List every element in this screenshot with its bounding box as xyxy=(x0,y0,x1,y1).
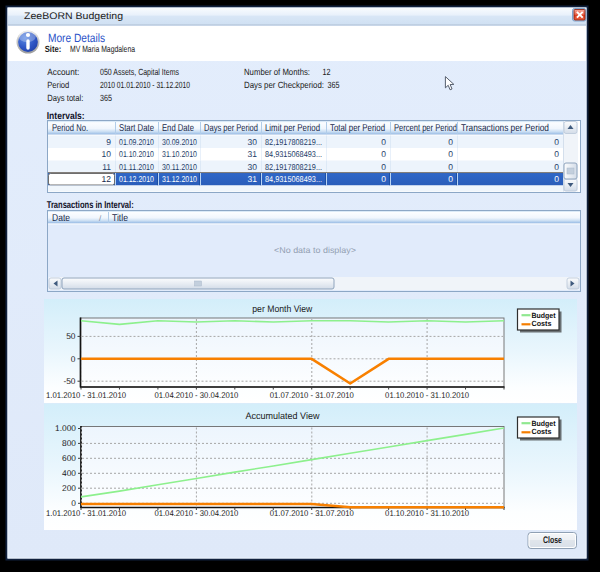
svg-text:0: 0 xyxy=(381,137,386,147)
svg-text:9: 9 xyxy=(106,137,111,147)
svg-text:ZeeBORN Budgeting: ZeeBORN Budgeting xyxy=(24,11,123,22)
svg-text:82,1917808219...: 82,1917808219... xyxy=(265,162,322,172)
svg-text:Close: Close xyxy=(543,535,562,546)
svg-text:Transactions per Period: Transactions per Period xyxy=(461,123,549,134)
svg-text:01.12.2010: 01.12.2010 xyxy=(119,174,154,184)
svg-text:Period No.: Period No. xyxy=(52,123,88,134)
svg-text:10: 10 xyxy=(102,149,112,159)
svg-text:12: 12 xyxy=(323,67,331,77)
svg-text:Account:: Account: xyxy=(47,67,79,77)
svg-text:0: 0 xyxy=(381,174,386,184)
svg-text:Transactions in Interval:: Transactions in Interval: xyxy=(47,200,134,211)
svg-text:0: 0 xyxy=(554,162,559,172)
svg-text:per Month View: per Month View xyxy=(252,304,312,315)
svg-text:Period: Period xyxy=(47,80,69,90)
svg-text:Date: Date xyxy=(52,213,70,224)
svg-text:30.11.2010: 30.11.2010 xyxy=(162,162,197,172)
svg-text:31: 31 xyxy=(248,149,258,159)
svg-text:400: 400 xyxy=(62,468,76,478)
svg-text:365: 365 xyxy=(100,93,112,103)
svg-text:01.11.2010: 01.11.2010 xyxy=(119,162,154,172)
svg-text:1.000: 1.000 xyxy=(55,423,76,433)
svg-text:1.01.2010 - 31.01.2010: 1.01.2010 - 31.01.2010 xyxy=(46,508,126,518)
svg-text:Total per Period: Total per Period xyxy=(330,123,385,134)
svg-text:0: 0 xyxy=(554,137,559,147)
svg-text:12: 12 xyxy=(102,174,112,184)
svg-text:0: 0 xyxy=(448,137,453,147)
svg-text:11: 11 xyxy=(102,162,111,172)
svg-text:0: 0 xyxy=(448,162,453,172)
svg-text:84,9315068493...: 84,9315068493... xyxy=(265,174,322,184)
svg-text:01.04.2010 - 30.04.2010: 01.04.2010 - 30.04.2010 xyxy=(154,508,238,518)
svg-text:01.10.2010 - 31.10.2010: 01.10.2010 - 31.10.2010 xyxy=(385,508,469,518)
svg-text:Intervals:: Intervals: xyxy=(47,111,85,122)
svg-text:01.10.2010: 01.10.2010 xyxy=(119,149,154,159)
svg-text:31: 31 xyxy=(248,174,258,184)
svg-text:01.04.2010 - 30.04.2010: 01.04.2010 - 30.04.2010 xyxy=(154,390,238,400)
svg-text:30.09.2010: 30.09.2010 xyxy=(162,137,197,147)
svg-text:Title: Title xyxy=(112,213,128,224)
svg-text:0: 0 xyxy=(448,174,453,184)
svg-text:Site:: Site: xyxy=(45,44,62,54)
svg-text:Costs: Costs xyxy=(532,319,552,328)
svg-text:30: 30 xyxy=(248,162,258,172)
svg-text:01.07.2010 - 31.07.2010: 01.07.2010 - 31.07.2010 xyxy=(270,390,354,400)
svg-text:31.10.2010: 31.10.2010 xyxy=(162,149,197,159)
svg-text:30: 30 xyxy=(248,137,258,147)
svg-text:Costs: Costs xyxy=(532,427,552,436)
svg-text:Start Date: Start Date xyxy=(119,123,154,134)
svg-text:Days per Checkperiod:: Days per Checkperiod: xyxy=(244,80,324,90)
svg-text:365: 365 xyxy=(328,80,340,90)
svg-text:End Date: End Date xyxy=(162,123,194,134)
svg-text:<No data to display>: <No data to display> xyxy=(274,245,356,255)
svg-text:2010 01.01.2010 - 31.12.2010: 2010 01.01.2010 - 31.12.2010 xyxy=(100,80,190,90)
svg-text:0: 0 xyxy=(381,162,386,172)
svg-text:Limit per Period: Limit per Period xyxy=(265,123,320,134)
svg-text:82,1917808219...: 82,1917808219... xyxy=(265,137,322,147)
svg-text:1.01.2010 - 31.01.2010: 1.01.2010 - 31.01.2010 xyxy=(46,390,126,400)
svg-text:Accumulated View: Accumulated View xyxy=(246,411,320,422)
svg-text:800: 800 xyxy=(62,438,76,448)
svg-text:Days per Period: Days per Period xyxy=(204,123,258,134)
svg-text:Budget: Budget xyxy=(532,311,556,320)
svg-text:0: 0 xyxy=(381,149,386,159)
svg-text:0: 0 xyxy=(554,174,559,184)
svg-text:0: 0 xyxy=(71,354,76,364)
svg-text:31.12.2010: 31.12.2010 xyxy=(162,174,197,184)
svg-text:Budget: Budget xyxy=(532,419,556,428)
svg-text:01.10.2010 - 31.10.2010: 01.10.2010 - 31.10.2010 xyxy=(385,390,469,400)
svg-text:-50: -50 xyxy=(63,376,75,386)
svg-text:84,9315068493...: 84,9315068493... xyxy=(265,149,322,159)
svg-text:Percent per Period: Percent per Period xyxy=(394,123,457,134)
svg-text:01.07.2010 - 31.07.2010: 01.07.2010 - 31.07.2010 xyxy=(270,508,354,518)
svg-text:MV Maria Magdalena: MV Maria Magdalena xyxy=(70,44,135,54)
svg-text:050 Assets, Capital Items: 050 Assets, Capital Items xyxy=(100,67,179,77)
svg-text:0: 0 xyxy=(448,149,453,159)
svg-text:0: 0 xyxy=(554,149,559,159)
svg-text:Days total:: Days total: xyxy=(47,93,83,103)
svg-text:Number of Months:: Number of Months: xyxy=(244,67,310,77)
svg-text:200: 200 xyxy=(62,483,76,493)
svg-text:50: 50 xyxy=(66,331,76,341)
svg-text:600: 600 xyxy=(62,453,76,463)
svg-text:01.09.2010: 01.09.2010 xyxy=(119,137,154,147)
